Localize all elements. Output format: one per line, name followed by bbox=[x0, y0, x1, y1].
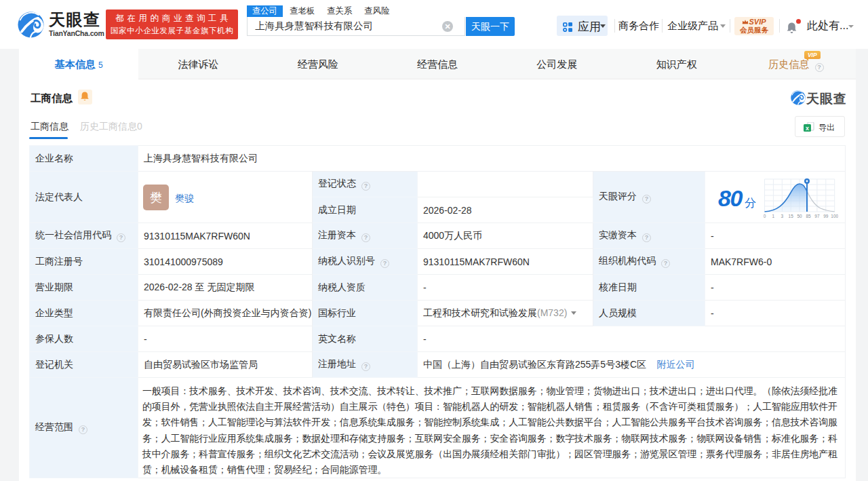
svg-text:85: 85 bbox=[806, 214, 811, 218]
svg-text:97: 97 bbox=[814, 214, 820, 218]
svg-text:15: 15 bbox=[789, 214, 794, 218]
svg-text:1: 1 bbox=[772, 214, 775, 218]
svg-text:100: 100 bbox=[831, 214, 838, 218]
svg-text:3: 3 bbox=[781, 214, 783, 218]
svg-text:50: 50 bbox=[797, 214, 802, 218]
svg-text:x: x bbox=[806, 125, 809, 132]
svg-text:99: 99 bbox=[823, 214, 829, 218]
svg-text:0: 0 bbox=[764, 214, 766, 218]
